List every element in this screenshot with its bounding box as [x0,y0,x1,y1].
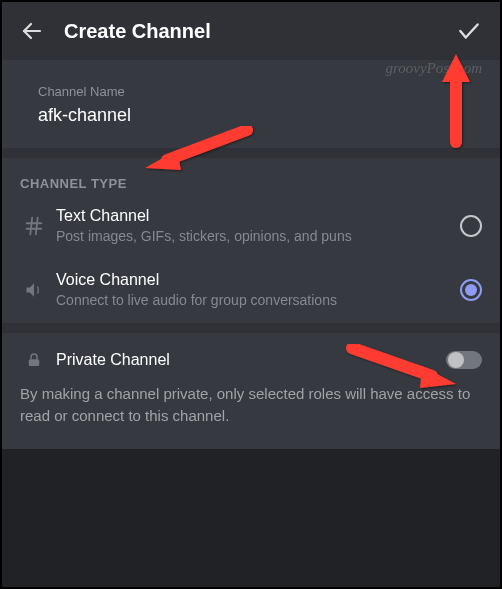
option-title: Text Channel [56,207,460,225]
option-voice-body: Voice Channel Connect to live audio for … [48,271,460,309]
section-divider [2,148,500,158]
back-arrow-icon[interactable] [20,19,44,43]
option-text-channel[interactable]: Text Channel Post images, GIFs, stickers… [2,195,500,259]
page-title: Create Channel [64,20,456,43]
channel-name-value: afk-channel [38,105,482,126]
channel-name-label: Channel Name [38,84,482,99]
channel-type-heading: CHANNEL TYPE [2,158,500,195]
svg-rect-5 [29,360,40,367]
topbar: Create Channel [2,2,500,60]
option-voice-channel[interactable]: Voice Channel Connect to live audio for … [2,259,500,323]
option-desc: Connect to live audio for group conversa… [56,291,460,309]
lock-icon [20,351,48,369]
option-title: Voice Channel [56,271,460,289]
private-channel-row[interactable]: Private Channel [2,333,500,377]
radio-voice-channel[interactable] [460,279,482,301]
radio-text-channel[interactable] [460,215,482,237]
svg-line-4 [36,218,38,235]
private-toggle[interactable] [446,351,482,369]
svg-line-3 [30,218,32,235]
private-text: Private Channel [48,351,446,369]
confirm-check-icon[interactable] [456,18,482,44]
section-divider [2,323,500,333]
option-desc: Post images, GIFs, stickers, opinions, a… [56,227,460,245]
speaker-icon [20,280,48,300]
watermark-text: groovyPost.com [385,60,482,77]
option-text-body: Text Channel Post images, GIFs, stickers… [48,207,460,245]
private-desc: By making a channel private, only select… [2,377,500,449]
private-title: Private Channel [56,351,446,369]
hash-icon [20,215,48,237]
content-area: Channel Name afk-channel CHANNEL TYPE Te… [2,60,500,449]
